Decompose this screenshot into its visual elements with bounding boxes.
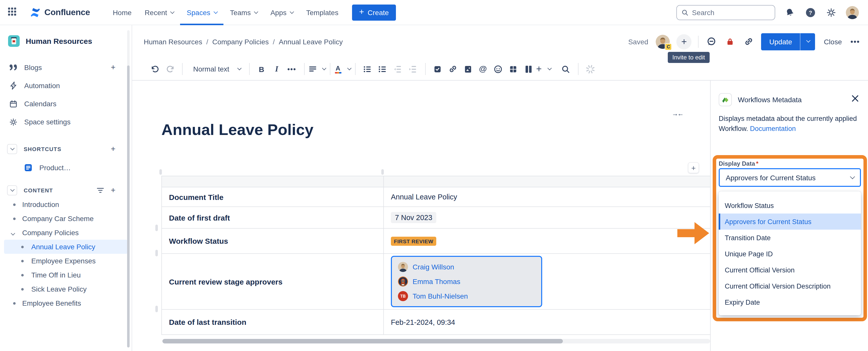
insert-table-icon[interactable] [506, 62, 521, 76]
user-avatar[interactable] [846, 6, 859, 19]
option-transition-date[interactable]: Transition Date [719, 230, 861, 246]
content-collapse-button[interactable] [7, 185, 17, 196]
user-link[interactable]: Emma Thomas [412, 278, 460, 285]
table-row-current-review-stage-approvers[interactable]: Current review stage approversCraig Will… [162, 254, 710, 310]
chevron-down-icon[interactable] [11, 229, 14, 237]
add-column-button[interactable]: + [688, 162, 699, 173]
option-current-official-version[interactable]: Current Official Version [719, 262, 861, 278]
update-button[interactable]: Update [761, 33, 800, 50]
documentation-link[interactable]: Documentation [750, 125, 796, 133]
breadcrumb-item-annual-leave-policy[interactable]: Annual Leave Policy [279, 37, 343, 45]
breadcrumb-item-human-resources[interactable]: Human Resources [144, 37, 202, 45]
editor-canvas[interactable]: →← Annual Leave Policy + Document TitleA… [132, 80, 710, 351]
tree-item-introduction[interactable]: Introduction [4, 198, 128, 211]
undo-icon[interactable] [147, 62, 162, 76]
layouts-icon[interactable] [521, 62, 536, 76]
approvers-macro[interactable]: Craig WillsonEmma ThomasTBTom Buhl-Niels… [391, 256, 542, 307]
indent-icon[interactable] [405, 62, 421, 76]
invite-to-edit-button[interactable]: + [677, 34, 692, 49]
sidebar-item-automation[interactable]: Automation [0, 76, 132, 95]
collaborator-avatar[interactable]: C [656, 35, 670, 48]
tree-item-employee-expenses[interactable]: Employee Expenses [4, 254, 128, 268]
search-box[interactable] [676, 5, 775, 20]
tree-item-company-car-scheme[interactable]: Company Car Scheme [4, 211, 128, 225]
nav-item-spaces[interactable]: Spaces [180, 0, 223, 25]
table-header-strip[interactable] [162, 176, 710, 187]
nav-item-apps[interactable]: Apps [264, 0, 300, 25]
help-icon[interactable]: ? [804, 6, 816, 19]
table-row-date-of-last-transition[interactable]: Date of last transitionFeb-21-2024, 09:3… [162, 310, 710, 335]
filter-icon[interactable] [97, 187, 104, 194]
tree-item-employee-benefits[interactable]: Employee Benefits [4, 296, 128, 310]
option-workflow-status[interactable]: Workflow Status [719, 198, 861, 213]
nav-item-home[interactable]: Home [106, 0, 138, 25]
insert-more-dropdown[interactable]: + [536, 62, 551, 76]
update-options-button[interactable] [800, 33, 815, 50]
sidebar-item-blogs[interactable]: Blogs+ [0, 59, 132, 76]
bullet-list-button[interactable] [360, 62, 375, 76]
tree-item-annual-leave-policy[interactable]: Annual Leave Policy [4, 240, 128, 254]
more-formatting-icon[interactable]: ••• [284, 62, 299, 76]
italic-button[interactable]: I [269, 62, 284, 76]
option-current-official-version-description[interactable]: Current Official Version Description [719, 278, 861, 294]
bold-button[interactable]: B [254, 62, 269, 76]
column-handle[interactable] [159, 169, 162, 175]
option-approvers-for-current-status[interactable]: Approvers for Current Status [719, 213, 861, 230]
option-unique-page-id[interactable]: Unique Page ID [719, 246, 861, 262]
task-list-icon[interactable] [430, 62, 445, 76]
tree-item-sick-leave-policy[interactable]: Sick Leave Policy [4, 282, 128, 296]
search-input[interactable] [692, 8, 757, 16]
row-handle[interactable] [155, 250, 158, 256]
redo-icon[interactable] [162, 62, 178, 76]
breadcrumb-item-company-policies[interactable]: Company Policies [212, 37, 269, 45]
sidebar-item-calendars[interactable]: Calendars [0, 95, 132, 113]
ai-sparkle-icon[interactable] [583, 62, 598, 76]
notifications-bell-icon[interactable] [784, 6, 796, 19]
text-style-dropdown[interactable]: Normal text [187, 62, 244, 76]
date-lozenge[interactable]: 7 Nov 2023 [391, 212, 436, 223]
mention-icon[interactable]: @ [475, 62, 491, 76]
metadata-table[interactable]: Document TitleAnnual Leave PolicyDate of… [161, 176, 710, 335]
status-badge[interactable]: FIRST REVIEW [391, 237, 436, 246]
add-shortcut-icon[interactable]: + [111, 144, 116, 153]
nav-item-templates[interactable]: Templates [300, 0, 345, 25]
user-link[interactable]: Tom Buhl-Nielsen [412, 292, 468, 300]
table-row-workflow-status[interactable]: Workflow StatusFIRST REVIEW [162, 229, 710, 254]
restrictions-lock-icon[interactable] [724, 35, 736, 47]
row-handle[interactable] [155, 224, 158, 231]
sidebar-scrollbar-thumb[interactable] [127, 66, 130, 348]
panel-close-icon[interactable] [851, 95, 859, 104]
confluence-logo[interactable]: Confluence [29, 6, 90, 19]
outdent-icon[interactable] [390, 62, 405, 76]
column-handle[interactable] [381, 169, 384, 175]
add-page-icon[interactable]: + [111, 186, 116, 195]
option-expiry-date[interactable]: Expiry Date [719, 294, 861, 310]
row-handle[interactable] [155, 306, 158, 312]
page-title[interactable]: Annual Leave Policy [161, 121, 313, 139]
close-button[interactable]: Close [822, 37, 844, 45]
insert-link-icon[interactable] [445, 62, 460, 76]
text-align-dropdown[interactable] [309, 62, 325, 76]
emoji-icon[interactable] [491, 62, 506, 76]
settings-gear-icon[interactable] [825, 6, 837, 19]
insert-image-icon[interactable] [460, 62, 475, 76]
more-options-icon[interactable]: ••• [850, 37, 860, 46]
inline-comment-icon[interactable] [705, 35, 717, 47]
numbered-list-button[interactable] [375, 62, 390, 76]
user-link[interactable]: Craig Willson [412, 263, 454, 271]
find-replace-icon[interactable] [558, 62, 573, 76]
display-data-select[interactable]: Approvers for Current Status [719, 168, 861, 187]
nav-item-recent[interactable]: Recent [138, 0, 180, 25]
text-color-dropdown[interactable]: A [335, 62, 350, 76]
create-button[interactable]: + Create [352, 4, 396, 21]
tree-item-company-policies[interactable]: Company Policies [4, 225, 128, 240]
collapse-width-icon[interactable]: →← [672, 110, 683, 117]
app-switcher-icon[interactable] [8, 7, 18, 17]
horizontal-scrollbar-thumb[interactable] [162, 339, 563, 344]
space-header[interactable]: Human Resources [0, 25, 132, 54]
add-icon[interactable]: + [111, 63, 116, 72]
table-row-document-title[interactable]: Document TitleAnnual Leave Policy [162, 187, 710, 207]
copy-link-icon[interactable] [743, 35, 755, 47]
tree-item-time-off-in-lieu[interactable]: Time Off in Lieu [4, 268, 128, 282]
shortcuts-collapse-button[interactable] [7, 144, 17, 154]
